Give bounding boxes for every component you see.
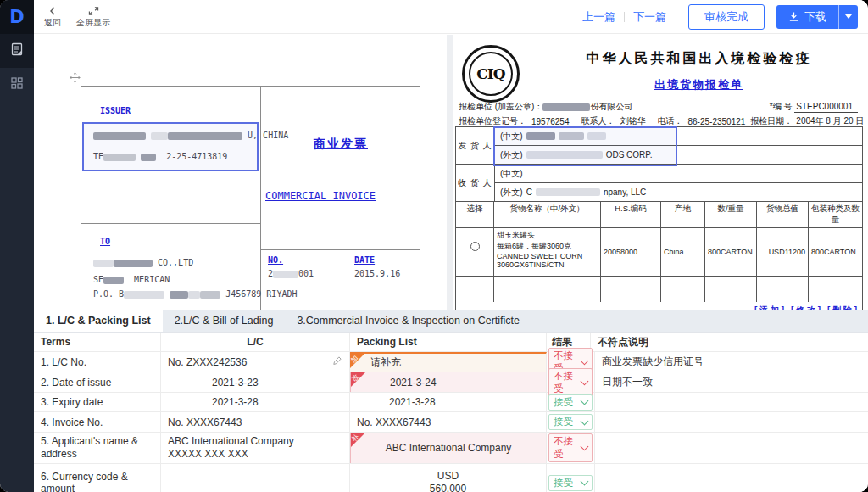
commercial-invoice-document: ISSUER U, CHINA TE 2-25-4713819 商业发票 COM… [34, 35, 447, 310]
table-row: 1. L/C No. No. ZXXX242536 加 请补充 不接受 商业发票… [34, 352, 868, 372]
sidebar-item-apps[interactable] [0, 68, 34, 102]
tab-bar: 1. L/C & Packing List 2.L/C & Bill of La… [34, 310, 868, 333]
doc-border [420, 86, 420, 310]
left-document-pane[interactable]: ISSUER U, CHINA TE 2-25-4713819 商业发票 COM… [34, 35, 447, 310]
goods-packing: 800CARTON [809, 228, 862, 276]
documents-area: ISSUER U, CHINA TE 2-25-4713819 商业发票 COM… [34, 35, 868, 310]
consignee-label: 收 货 人 [456, 165, 495, 201]
app-logo: D [0, 0, 34, 34]
lc-cell [161, 464, 350, 492]
doc-border [81, 223, 260, 224]
note-cell [595, 393, 868, 411]
term-cell: 3. Expiry date [34, 393, 161, 411]
term-cell: 1. L/C No. [34, 352, 161, 372]
chevron-down-icon [581, 478, 589, 486]
download-icon [788, 11, 799, 22]
no-value: 2001 [268, 269, 314, 278]
shipper-label: 发 货 人 [456, 127, 495, 164]
to-line2: SE MERICAN [93, 275, 170, 284]
next-doc-link[interactable]: 下一篇 [633, 9, 666, 25]
result-dropdown[interactable]: 不接受 [548, 433, 593, 462]
fullscreen-button[interactable]: 全屏显示 [76, 6, 110, 27]
org-label: 报检单位 (加盖公章)： [459, 101, 542, 113]
divider [624, 12, 625, 22]
to-line3: P.O. B J456789 RIYADH [93, 289, 297, 299]
toolbar-right: 上一篇 下一篇 审核完成 下载 [582, 4, 858, 30]
table-row: 4. Invoice No. No. XXXX67443 No. XXXX674… [34, 412, 868, 433]
serial-value: STEPC000001 [794, 102, 858, 113]
review-done-button[interactable]: 审核完成 [688, 4, 765, 30]
issuer-selection-box[interactable] [82, 122, 259, 171]
sidebar: D [0, 0, 34, 492]
form-title: 中华人民共和国出入境检验检疫 [530, 50, 868, 68]
back-label: 返回 [44, 18, 61, 27]
download-options-button[interactable] [838, 5, 858, 29]
col-header-packing: Packing List [350, 333, 547, 351]
lc-cell: ABC International CompanyXXXXX XXX XXX [161, 433, 350, 463]
note-cell [595, 464, 868, 492]
chevron-left-icon [47, 6, 58, 16]
prev-doc-link[interactable]: 上一篇 [582, 9, 615, 25]
col-header-lc: L/C [161, 333, 350, 351]
result-dropdown[interactable]: 接受 [548, 414, 593, 430]
right-document-pane[interactable]: CIQ 中华人民共和国出入境检验检疫 出境货物报检单 报检单位 (加盖公章)： … [453, 35, 868, 310]
invoice-title-cn: 商业发票 [314, 137, 368, 152]
goods-row-empty [456, 277, 862, 302]
lc-cell: 2021-3-23 [161, 372, 350, 392]
shipper-selection-box[interactable] [493, 126, 677, 166]
doc-border [260, 86, 261, 310]
result-cell: 不接受 [547, 433, 595, 463]
lc-cell: No. XXXX67443 [161, 412, 350, 432]
result-dropdown[interactable]: 接受 [548, 475, 593, 491]
packing-cell: USD560,000 [350, 464, 547, 492]
registration-line: 报检单位登记号：19576254 联系人：刘铭华 电话：86-25-235012… [459, 115, 863, 127]
invoice-title-en: COMMERCIAL INVOICE [265, 190, 376, 202]
org-line: 报检单位 (加盖公章)： 份有限公司 *编 号 STEPC000001 [459, 101, 858, 113]
download-button[interactable]: 下载 [776, 5, 838, 29]
lc-cell: 2021-3-28 [161, 393, 350, 411]
term-cell: 2. Date of issue [34, 372, 161, 392]
tab-invoice-inspection-cert[interactable]: 3.Commercial Invoice & Inspection on Cer… [285, 310, 531, 332]
term-cell: 4. Invoice No. [34, 412, 161, 432]
result-cell: 不接受 [547, 372, 595, 392]
result-cell: 接受 [547, 412, 595, 432]
goods-qty: 800CARTON [705, 228, 757, 276]
term-cell: 6. Currency code & amount [34, 464, 161, 492]
document-icon [10, 42, 24, 59]
chevron-down-icon [581, 417, 589, 425]
tab-lc-packing-list[interactable]: 1. L/C & Packing List [34, 310, 163, 332]
result-cell: 接受 [547, 393, 595, 411]
doc-border [260, 249, 420, 250]
pane-divider[interactable] [447, 35, 453, 310]
table-row: 6. Currency code & amount USD560,000 接受 [34, 464, 868, 492]
col-header-note: 不符点说明 [591, 333, 868, 351]
goods-hs: 20058000 [601, 228, 661, 276]
table-row: 2. Date of issue 2021-3-23 改 2021-3-24 不… [34, 372, 868, 393]
caret-down-icon [845, 14, 852, 19]
download-split-button: 下载 [776, 5, 858, 29]
issuer-tel-line: TE 2-25-4713819 [93, 152, 227, 161]
packing-cell: 加 请补充 [350, 352, 547, 372]
doc-border [81, 86, 420, 87]
edit-pencil-icon[interactable] [332, 355, 342, 368]
fullscreen-label: 全屏显示 [76, 18, 110, 27]
sidebar-item-documents[interactable] [0, 34, 34, 68]
date-value: 2015.9.16 [354, 269, 400, 278]
move-handle-icon[interactable] [70, 72, 81, 83]
packing-cell: 补 ABC International Company [350, 433, 547, 463]
back-button[interactable]: 返回 [44, 6, 61, 27]
doc-border [348, 249, 348, 310]
goods-radio[interactable] [470, 242, 480, 251]
goods-table-header: 选择 货物名称（中/外文） H.S.编码 产地 数/重量 货物总值 包装种类及数… [456, 202, 862, 228]
chevron-down-icon [581, 397, 589, 405]
form-subtitle: 出境货物报检单 [530, 77, 868, 92]
serial-line: *编 号 STEPC000001 [770, 101, 858, 113]
ciq-logo: CIQ [462, 45, 520, 103]
goods-actions: [ 添 加 ] [ 修 改 ] [ 删 除 ] [456, 302, 862, 310]
issuer-label: ISSUER [100, 106, 131, 115]
goods-row: 甜玉米罐头 每箱6罐，每罐3060克 CANNED SWEET CORN 306… [456, 228, 862, 277]
to-line1: CO.,LTD [93, 258, 193, 267]
result-dropdown[interactable]: 接受 [548, 394, 593, 411]
goods-name: 甜玉米罐头 每箱6罐，每罐3060克 CANNED SWEET CORN 306… [494, 228, 601, 276]
tab-lc-bill-of-lading[interactable]: 2.L/C & Bill of Lading [163, 310, 286, 332]
